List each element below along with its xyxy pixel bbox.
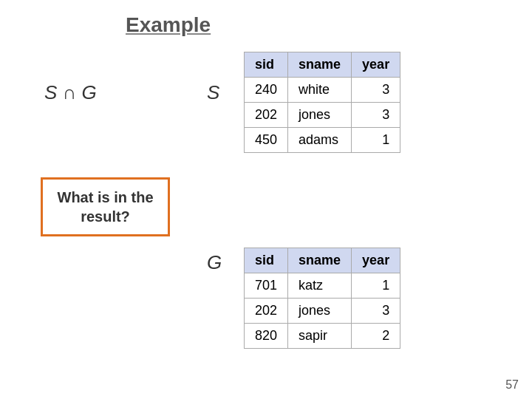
table-cell: 202: [245, 299, 288, 324]
table-s: sid sname year 240white3202jones3450adam…: [244, 52, 400, 153]
table-cell: 202: [245, 103, 288, 128]
table-cell: 3: [352, 299, 400, 324]
table-cell: jones: [288, 299, 352, 324]
table-g-header-year: year: [352, 248, 400, 273]
table-cell: jones: [288, 103, 352, 128]
table-cell: 450: [245, 128, 288, 153]
table-g-header-sname: sname: [288, 248, 352, 273]
table-row: 202jones3: [245, 299, 400, 324]
table-cell: white: [288, 78, 352, 103]
table-cell: 3: [352, 103, 400, 128]
table-row: 202jones3: [245, 103, 400, 128]
table-cell: katz: [288, 273, 352, 299]
table-cell: 701: [245, 273, 288, 299]
table-cell: sapir: [288, 324, 352, 349]
table-cell: 820: [245, 324, 288, 349]
table-row: 240white3: [245, 78, 400, 103]
table-s-header-sid: sid: [245, 52, 288, 78]
table-row: 450adams1: [245, 128, 400, 153]
table-cell: 1: [352, 128, 400, 153]
table-row: 701katz1: [245, 273, 400, 299]
question-box: What is in theresult?: [41, 177, 170, 236]
table-cell: 240: [245, 78, 288, 103]
table-g-header-sid: sid: [245, 248, 288, 273]
page-number: 57: [505, 378, 519, 392]
math-s-cap-g: S ∩ G: [44, 81, 97, 104]
table-s-header-year: year: [352, 52, 400, 78]
table-cell: 1: [352, 273, 400, 299]
table-g: sid sname year 701katz1202jones3820sapir…: [244, 248, 400, 349]
table-cell: 2: [352, 324, 400, 349]
math-s-label: S: [207, 81, 219, 104]
question-text: What is in theresult?: [58, 188, 154, 226]
page-title: Example: [126, 13, 211, 37]
math-g-label: G: [207, 251, 222, 274]
table-cell: adams: [288, 128, 352, 153]
table-cell: 3: [352, 78, 400, 103]
table-s-header-sname: sname: [288, 52, 352, 78]
table-row: 820sapir2: [245, 324, 400, 349]
